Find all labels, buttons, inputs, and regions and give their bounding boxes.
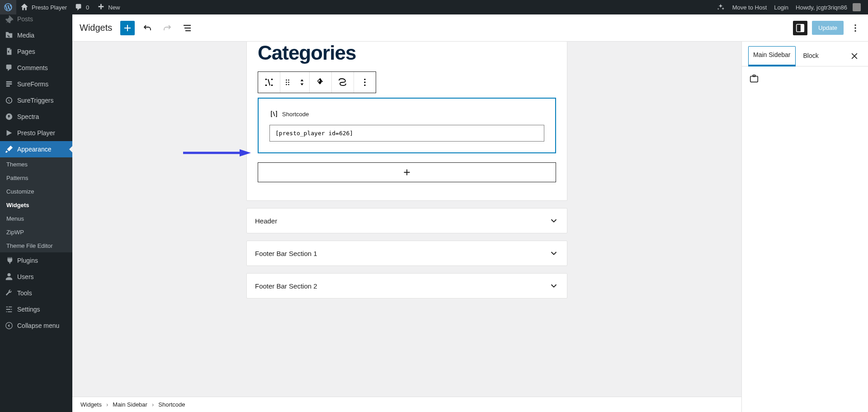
- svg-point-16: [364, 79, 365, 80]
- play-icon: [5, 128, 14, 137]
- sidebar-item-posts[interactable]: Posts: [0, 14, 72, 27]
- sidebar-item-suretriggers[interactable]: SureTriggers: [0, 92, 72, 109]
- editor-body: Categories: [72, 42, 868, 412]
- settings-tabs: Main Sidebar Block: [742, 42, 868, 66]
- spectra-icon: [5, 112, 14, 121]
- transform-button[interactable]: [332, 72, 354, 93]
- comments-menu[interactable]: 0: [71, 0, 93, 14]
- wp-logo-menu[interactable]: [0, 0, 16, 14]
- redo-button[interactable]: [160, 21, 175, 35]
- comment-icon: [74, 3, 83, 12]
- block-type-button[interactable]: [258, 72, 280, 93]
- ai-sparkle-menu[interactable]: [712, 0, 729, 14]
- svg-point-7: [854, 30, 856, 31]
- sidebar-item-label: Posts: [17, 15, 33, 23]
- list-view-button[interactable]: [180, 21, 194, 35]
- page-title: Widgets: [80, 23, 112, 33]
- user-icon: [5, 272, 14, 281]
- block-toolbar: [258, 71, 376, 93]
- settings-sidebar: Main Sidebar Block: [741, 42, 868, 412]
- sidebar-item-appearance[interactable]: Appearance: [0, 141, 72, 157]
- login-link[interactable]: Login: [770, 0, 792, 14]
- move-to-host-link[interactable]: Move to Host: [729, 0, 771, 14]
- sidebar-item-spectra[interactable]: Spectra: [0, 109, 72, 125]
- shortcode-label: Shortcode: [282, 111, 309, 118]
- sidebar-item-tools[interactable]: Tools: [0, 285, 72, 301]
- pin-icon: [5, 14, 14, 24]
- sidebar-item-presto[interactable]: Presto Player: [0, 125, 72, 141]
- new-label: New: [108, 4, 120, 11]
- close-settings-button[interactable]: [847, 50, 862, 62]
- widget-area-main-sidebar: Categories: [246, 42, 567, 201]
- topbar-right: Update: [793, 21, 863, 35]
- widget-area-footer-2[interactable]: Footer Bar Section 2: [246, 273, 567, 298]
- close-icon: [850, 52, 859, 61]
- add-block-button[interactable]: [120, 21, 135, 35]
- app-wrap: Posts Media Pages Comments SureForms Sur…: [0, 14, 868, 412]
- more-options-button[interactable]: [848, 21, 863, 35]
- sidebar-item-label: Pages: [17, 48, 35, 55]
- submenu-theme-file-editor[interactable]: Theme File Editor: [0, 239, 72, 252]
- tab-block[interactable]: Block: [798, 47, 824, 66]
- chevron-down-icon: [549, 216, 559, 226]
- sidebar-item-comments[interactable]: Comments: [0, 60, 72, 76]
- drag-handle-button[interactable]: [280, 72, 295, 93]
- svg-point-5: [854, 24, 856, 25]
- sidebar-item-label: Presto Player: [17, 129, 55, 137]
- shortcode-block-header: Shortcode: [269, 109, 544, 118]
- canvas-inner: Categories: [246, 42, 567, 306]
- sidebar-item-sureforms[interactable]: SureForms: [0, 76, 72, 92]
- sidebar-item-media[interactable]: Media: [0, 27, 72, 43]
- svg-point-15: [288, 84, 289, 85]
- main-column: Widgets Update: [72, 14, 868, 412]
- settings-toggle-button[interactable]: [793, 21, 807, 35]
- trigger-icon: [5, 96, 14, 105]
- home-icon: [20, 3, 29, 12]
- shortcode-input[interactable]: [269, 125, 544, 142]
- sidebar-item-label: Appearance: [17, 146, 52, 153]
- update-button[interactable]: Update: [812, 21, 844, 35]
- chevron-down-icon: [549, 248, 559, 258]
- submenu-menus[interactable]: Menus: [0, 212, 72, 225]
- shortcode-icon: [269, 109, 278, 118]
- plus-icon: [402, 167, 412, 177]
- submenu-zipwp[interactable]: ZipWP: [0, 225, 72, 239]
- widget-area-title: Categories: [258, 42, 556, 64]
- svg-rect-19: [750, 76, 758, 82]
- move-to-widget-area-button[interactable]: [310, 72, 331, 93]
- submenu-widgets[interactable]: Widgets: [0, 198, 72, 212]
- svg-point-18: [364, 85, 365, 86]
- wrench-icon: [5, 289, 14, 298]
- submenu-patterns[interactable]: Patterns: [0, 171, 72, 185]
- tab-main-sidebar[interactable]: Main Sidebar: [748, 46, 796, 66]
- sidebar-item-label: Comments: [17, 64, 48, 71]
- appearance-submenu: Themes Patterns Customize Widgets Menus …: [0, 157, 72, 252]
- my-account-menu[interactable]: Howdy, jcgtr3riqn86: [792, 0, 864, 14]
- annotation-arrow-icon: [183, 148, 251, 157]
- new-content-menu[interactable]: New: [93, 0, 123, 14]
- chevron-right-icon: ›: [106, 401, 108, 408]
- canvas-scroll-area[interactable]: Categories: [72, 42, 741, 412]
- undo-button[interactable]: [140, 21, 155, 35]
- plus-icon: [96, 3, 105, 12]
- collapse-menu-button[interactable]: Collapse menu: [0, 317, 72, 334]
- block-appender[interactable]: [258, 162, 556, 182]
- move-up-down-button[interactable]: [295, 72, 309, 93]
- sidebar-item-settings[interactable]: Settings: [0, 301, 72, 317]
- breadcrumb-item[interactable]: Widgets: [80, 401, 102, 408]
- shortcode-block[interactable]: Shortcode: [258, 98, 556, 153]
- widget-area-header[interactable]: Header: [246, 208, 567, 233]
- block-more-options-button[interactable]: [354, 72, 376, 93]
- topbar-left: Widgets: [80, 21, 194, 35]
- widget-area-footer-1[interactable]: Footer Bar Section 1: [246, 241, 567, 266]
- svg-point-11: [288, 80, 289, 81]
- submenu-customize[interactable]: Customize: [0, 185, 72, 198]
- breadcrumb-item[interactable]: Main Sidebar: [113, 401, 147, 408]
- submenu-themes[interactable]: Themes: [0, 157, 72, 171]
- sidebar-item-users[interactable]: Users: [0, 269, 72, 285]
- sidebar-item-label: Media: [17, 32, 34, 39]
- sidebar-item-plugins[interactable]: Plugins: [0, 252, 72, 269]
- sidebar-item-label: Plugins: [17, 257, 38, 264]
- site-name-menu[interactable]: Presto Player: [16, 0, 71, 14]
- sidebar-item-pages[interactable]: Pages: [0, 43, 72, 60]
